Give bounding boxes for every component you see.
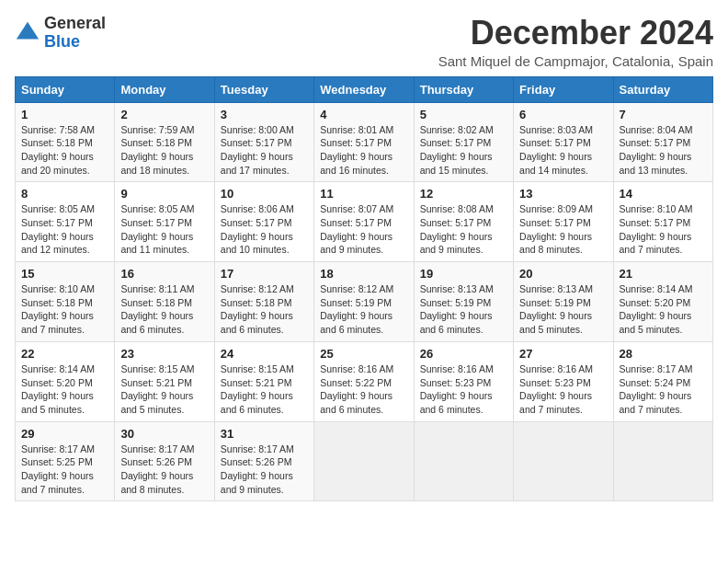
table-row: 24 Sunrise: 8:15 AMSunset: 5:21 PMDaylig… — [214, 341, 313, 421]
cell-info: Sunrise: 8:11 AMSunset: 5:18 PMDaylight:… — [120, 283, 194, 335]
table-row: 4 Sunrise: 8:01 AMSunset: 5:17 PMDayligh… — [314, 102, 414, 182]
day-number: 21 — [620, 267, 707, 281]
table-row: 21 Sunrise: 8:14 AMSunset: 5:20 PMDaylig… — [613, 262, 712, 342]
title-block: December 2024 Sant Miquel de Campmajor, … — [438, 15, 713, 69]
cell-info: Sunrise: 8:10 AMSunset: 5:18 PMDaylight:… — [21, 283, 95, 335]
day-number: 24 — [221, 347, 308, 361]
table-row — [414, 421, 513, 501]
day-number: 15 — [21, 267, 108, 281]
table-row: 31 Sunrise: 8:17 AMSunset: 5:26 PMDaylig… — [214, 421, 313, 501]
cell-info: Sunrise: 8:03 AMSunset: 5:17 PMDaylight:… — [519, 124, 593, 176]
day-number: 23 — [120, 347, 208, 361]
cell-info: Sunrise: 8:17 AMSunset: 5:26 PMDaylight:… — [120, 443, 194, 495]
logo-icon — [15, 20, 40, 46]
table-row: 12 Sunrise: 8:08 AMSunset: 5:17 PMDaylig… — [414, 182, 513, 262]
month-title: December 2024 — [438, 15, 713, 52]
day-number: 13 — [519, 187, 607, 201]
cell-info: Sunrise: 8:05 AMSunset: 5:17 PMDaylight:… — [21, 203, 95, 255]
day-number: 30 — [120, 427, 208, 441]
day-number: 11 — [320, 187, 407, 201]
cell-info: Sunrise: 8:04 AMSunset: 5:17 PMDaylight:… — [620, 124, 693, 176]
day-number: 22 — [21, 347, 108, 361]
day-number: 28 — [620, 347, 707, 361]
table-row: 3 Sunrise: 8:00 AMSunset: 5:17 PMDayligh… — [214, 102, 313, 182]
cell-info: Sunrise: 7:58 AMSunset: 5:18 PMDaylight:… — [21, 124, 95, 176]
table-row: 30 Sunrise: 8:17 AMSunset: 5:26 PMDaylig… — [115, 421, 214, 501]
cell-info: Sunrise: 8:06 AMSunset: 5:17 PMDaylight:… — [221, 203, 294, 255]
cell-info: Sunrise: 8:13 AMSunset: 5:19 PMDaylight:… — [420, 283, 494, 335]
day-number: 8 — [21, 187, 108, 201]
calendar-row: 15 Sunrise: 8:10 AMSunset: 5:18 PMDaylig… — [16, 262, 713, 342]
cell-info: Sunrise: 8:17 AMSunset: 5:25 PMDaylight:… — [21, 443, 95, 495]
table-row: 17 Sunrise: 8:12 AMSunset: 5:18 PMDaylig… — [214, 262, 313, 342]
table-row: 5 Sunrise: 8:02 AMSunset: 5:17 PMDayligh… — [414, 102, 513, 182]
cell-info: Sunrise: 8:01 AMSunset: 5:17 PMDaylight:… — [320, 124, 393, 176]
table-row: 1 Sunrise: 7:58 AMSunset: 5:18 PMDayligh… — [16, 102, 115, 182]
cell-info: Sunrise: 8:15 AMSunset: 5:21 PMDaylight:… — [221, 363, 294, 415]
cell-info: Sunrise: 8:07 AMSunset: 5:17 PMDaylight:… — [320, 203, 393, 255]
cell-info: Sunrise: 8:09 AMSunset: 5:17 PMDaylight:… — [519, 203, 593, 255]
cell-info: Sunrise: 8:17 AMSunset: 5:24 PMDaylight:… — [620, 363, 693, 415]
table-row: 6 Sunrise: 8:03 AMSunset: 5:17 PMDayligh… — [514, 102, 613, 182]
day-number: 29 — [21, 427, 108, 441]
cell-info: Sunrise: 8:08 AMSunset: 5:17 PMDaylight:… — [420, 203, 494, 255]
logo-general: General — [44, 14, 106, 32]
calendar-header: Sunday Monday Tuesday Wednesday Thursday… — [16, 76, 713, 102]
table-row: 15 Sunrise: 8:10 AMSunset: 5:18 PMDaylig… — [16, 262, 115, 342]
cell-info: Sunrise: 8:15 AMSunset: 5:21 PMDaylight:… — [120, 363, 194, 415]
day-number: 7 — [620, 108, 707, 121]
cell-info: Sunrise: 8:16 AMSunset: 5:22 PMDaylight:… — [320, 363, 393, 415]
table-row: 2 Sunrise: 7:59 AMSunset: 5:18 PMDayligh… — [115, 102, 214, 182]
table-row: 16 Sunrise: 8:11 AMSunset: 5:18 PMDaylig… — [115, 262, 214, 342]
table-row: 25 Sunrise: 8:16 AMSunset: 5:22 PMDaylig… — [314, 341, 414, 421]
logo-blue: Blue — [44, 32, 80, 51]
table-row — [613, 421, 712, 501]
calendar-row: 22 Sunrise: 8:14 AMSunset: 5:20 PMDaylig… — [16, 341, 713, 421]
table-row: 14 Sunrise: 8:10 AMSunset: 5:17 PMDaylig… — [613, 182, 712, 262]
day-number: 5 — [420, 108, 507, 121]
header-row: Sunday Monday Tuesday Wednesday Thursday… — [16, 76, 713, 102]
day-number: 4 — [320, 108, 407, 121]
cell-info: Sunrise: 8:16 AMSunset: 5:23 PMDaylight:… — [519, 363, 593, 415]
table-row — [514, 421, 613, 501]
table-row: 22 Sunrise: 8:14 AMSunset: 5:20 PMDaylig… — [16, 341, 115, 421]
table-row: 29 Sunrise: 8:17 AMSunset: 5:25 PMDaylig… — [16, 421, 115, 501]
table-row: 26 Sunrise: 8:16 AMSunset: 5:23 PMDaylig… — [414, 341, 513, 421]
page-header: General Blue December 2024 Sant Miquel d… — [15, 15, 713, 69]
day-number: 19 — [420, 267, 507, 281]
col-monday: Monday — [115, 76, 214, 102]
cell-info: Sunrise: 8:00 AMSunset: 5:17 PMDaylight:… — [221, 124, 294, 176]
cell-info: Sunrise: 8:13 AMSunset: 5:19 PMDaylight:… — [519, 283, 593, 335]
cell-info: Sunrise: 8:12 AMSunset: 5:18 PMDaylight:… — [221, 283, 294, 335]
cell-info: Sunrise: 8:17 AMSunset: 5:26 PMDaylight:… — [221, 443, 294, 495]
table-row: 13 Sunrise: 8:09 AMSunset: 5:17 PMDaylig… — [514, 182, 613, 262]
cell-info: Sunrise: 8:02 AMSunset: 5:17 PMDaylight:… — [420, 124, 494, 176]
logo-text: General Blue — [44, 15, 106, 52]
cell-info: Sunrise: 8:14 AMSunset: 5:20 PMDaylight:… — [620, 283, 693, 335]
table-row: 7 Sunrise: 8:04 AMSunset: 5:17 PMDayligh… — [613, 102, 712, 182]
table-row: 19 Sunrise: 8:13 AMSunset: 5:19 PMDaylig… — [414, 262, 513, 342]
day-number: 26 — [420, 347, 507, 361]
cell-info: Sunrise: 8:12 AMSunset: 5:19 PMDaylight:… — [320, 283, 393, 335]
table-row: 11 Sunrise: 8:07 AMSunset: 5:17 PMDaylig… — [314, 182, 414, 262]
col-saturday: Saturday — [613, 76, 712, 102]
day-number: 2 — [120, 108, 208, 121]
day-number: 27 — [519, 347, 607, 361]
day-number: 9 — [120, 187, 208, 201]
day-number: 1 — [21, 108, 108, 121]
calendar-row: 29 Sunrise: 8:17 AMSunset: 5:25 PMDaylig… — [16, 421, 713, 501]
table-row: 28 Sunrise: 8:17 AMSunset: 5:24 PMDaylig… — [613, 341, 712, 421]
location-subtitle: Sant Miquel de Campmajor, Catalonia, Spa… — [438, 53, 713, 69]
col-friday: Friday — [514, 76, 613, 102]
table-row: 8 Sunrise: 8:05 AMSunset: 5:17 PMDayligh… — [16, 182, 115, 262]
table-row: 10 Sunrise: 8:06 AMSunset: 5:17 PMDaylig… — [214, 182, 313, 262]
cell-info: Sunrise: 8:10 AMSunset: 5:17 PMDaylight:… — [620, 203, 693, 255]
day-number: 20 — [519, 267, 607, 281]
cell-info: Sunrise: 8:05 AMSunset: 5:17 PMDaylight:… — [120, 203, 194, 255]
cell-info: Sunrise: 8:16 AMSunset: 5:23 PMDaylight:… — [420, 363, 494, 415]
day-number: 3 — [221, 108, 308, 121]
table-row: 27 Sunrise: 8:16 AMSunset: 5:23 PMDaylig… — [514, 341, 613, 421]
day-number: 6 — [519, 108, 607, 121]
table-row: 9 Sunrise: 8:05 AMSunset: 5:17 PMDayligh… — [115, 182, 214, 262]
day-number: 25 — [320, 347, 407, 361]
